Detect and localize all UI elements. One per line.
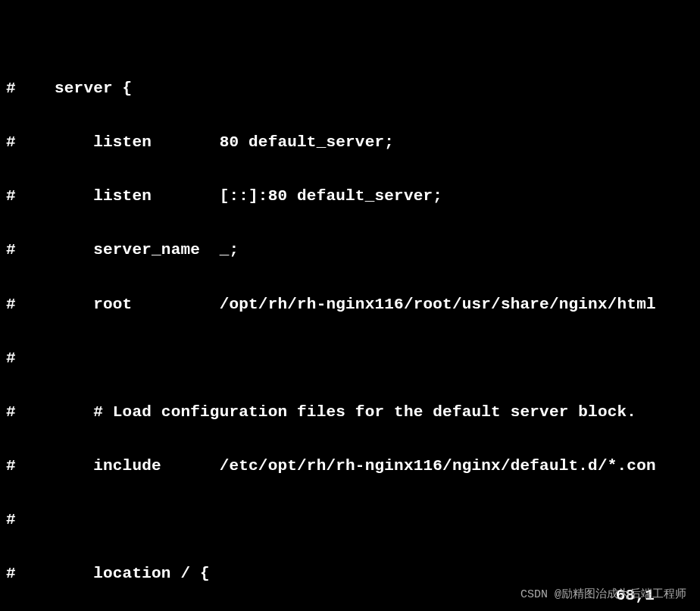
watermark: CSDN @励精图治成为后端工程师: [520, 589, 686, 602]
code-line: # include /etc/opt/rh/rh-nginx116/nginx/…: [6, 457, 700, 475]
terminal-viewport[interactable]: # server { # listen 80 default_server; #…: [0, 0, 700, 611]
code-line: #: [6, 349, 700, 368]
code-line: # server {: [6, 80, 700, 98]
code-line: # listen 80 default_server;: [6, 133, 700, 152]
code-line: #: [6, 511, 700, 529]
code-content: # server { # listen 80 default_server; #…: [6, 43, 700, 611]
code-line: # server_name _;: [6, 241, 700, 259]
code-line: # root /opt/rh/rh-nginx116/root/usr/shar…: [6, 296, 700, 314]
code-line: # location / {: [6, 565, 700, 583]
code-line: # listen [::]:80 default_server;: [6, 187, 700, 205]
code-line: # # Load configuration files for the def…: [6, 403, 700, 421]
